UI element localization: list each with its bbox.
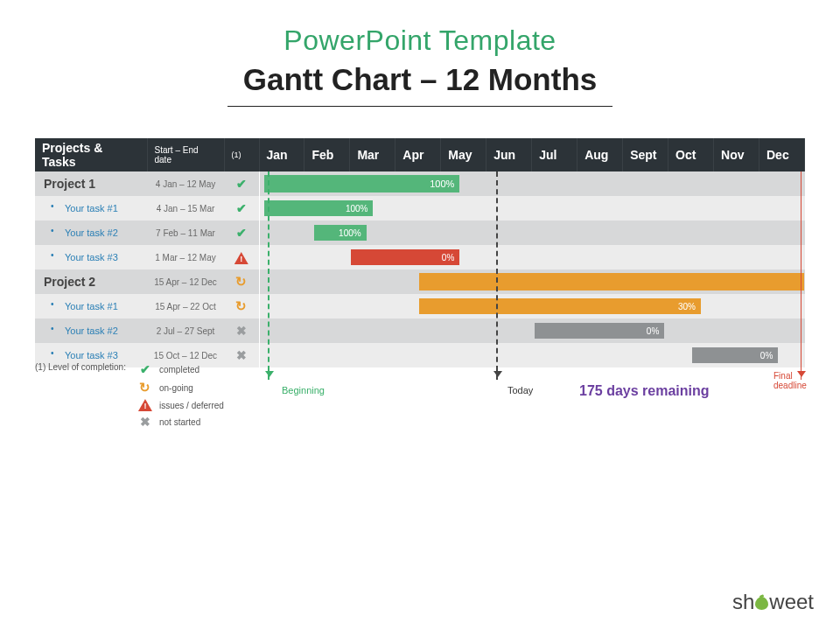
row-status: ↻ <box>224 270 259 294</box>
legend-label: issues / deferred <box>159 401 224 410</box>
header-row: Projects & Tasks Start – End date (1) Ja… <box>35 138 805 172</box>
leaf-icon <box>755 597 768 610</box>
gantt-bar: 100% <box>264 200 374 216</box>
refresh-icon: ↻ <box>235 274 247 289</box>
col-month: Aug <box>578 138 623 172</box>
col-month: Dec <box>759 138 804 172</box>
row-status: ✔ <box>224 196 259 220</box>
col-dates: Start – End date <box>147 138 224 172</box>
col-month: Oct <box>668 138 714 172</box>
label-beginning: Beginning <box>282 385 325 396</box>
row-dates: 1 Mar – 12 May <box>147 245 224 270</box>
warning-icon: ! <box>138 399 152 411</box>
row-dates: 4 Jan – 15 Mar <box>147 196 224 220</box>
brand-text: sh <box>732 590 754 613</box>
row-dates: 15 Apr – 12 Dec <box>147 270 224 294</box>
row-status: ↻ <box>224 294 259 318</box>
warning-icon: ! <box>234 252 248 264</box>
legend-item: ↻on-going <box>138 380 224 396</box>
row-dates: 15 Apr – 22 Oct <box>147 294 224 318</box>
timeline-cell: 30% <box>259 294 805 318</box>
gantt-bar: 100% <box>314 225 367 241</box>
gantt-bar: 0% <box>692 347 779 363</box>
brand-showeet: shweet <box>732 590 814 614</box>
gantt-bar: 0% <box>351 249 460 265</box>
project-row: Project 14 Jan – 12 May✔100% <box>35 172 805 196</box>
legend-item: !issues / deferred <box>138 399 224 411</box>
slide: PowerPoint Template Gantt Chart – 12 Mon… <box>0 0 840 630</box>
row-dates: 7 Feb – 11 Mar <box>147 220 224 245</box>
legend-item: ✔completed <box>138 362 224 376</box>
col-month: Apr <box>396 138 441 172</box>
row-name: Your task #2 <box>35 220 147 245</box>
col-month: Feb <box>304 138 350 172</box>
row-name: Project 1 <box>35 172 147 196</box>
row-name: Project 2 <box>35 270 147 294</box>
timeline-cell: 100% <box>259 220 805 245</box>
timeline-cell: 100% <box>259 196 805 220</box>
check-icon: ✔ <box>140 362 150 376</box>
legend-label: on-going <box>159 383 193 393</box>
row-dates: 2 Jul – 27 Sept <box>147 318 224 343</box>
legend: (1) Level of completion: ✔completed↻on-g… <box>35 362 224 429</box>
row-status: ✔ <box>224 172 259 196</box>
col-projects: Projects & Tasks <box>35 138 147 172</box>
legend-item: ✖not started <box>138 415 224 429</box>
label-today: Today <box>508 385 533 396</box>
task-row: Your task #31 Mar – 12 May!0% <box>35 245 805 270</box>
days-remaining: 175 days remaining <box>579 383 710 399</box>
cross-icon: ✖ <box>236 348 247 362</box>
row-name: Your task #3 <box>35 245 147 270</box>
row-name: Your task #1 <box>35 294 147 318</box>
brand-text: weet <box>769 590 814 613</box>
legend-label: not started <box>159 417 200 427</box>
refresh-icon: ↻ <box>139 380 150 395</box>
timeline-cell <box>259 270 805 294</box>
col-month: Nov <box>714 138 760 172</box>
task-row: Your task #115 Apr – 22 Oct↻30% <box>35 294 805 318</box>
row-dates: 4 Jan – 12 May <box>147 172 224 196</box>
cross-icon: ✖ <box>140 415 150 429</box>
legend-label: completed <box>159 365 200 374</box>
divider <box>228 106 612 107</box>
gantt-bar: 100% <box>264 175 460 192</box>
check-icon: ✔ <box>236 201 247 215</box>
row-name: Your task #1 <box>35 196 147 220</box>
timeline-cell: 0% <box>259 318 805 343</box>
row-status: ✖ <box>224 343 259 368</box>
timeline-cell: 0% <box>259 343 805 368</box>
col-month: Jul <box>532 138 578 172</box>
timeline-cell: 100% <box>259 172 805 196</box>
legend-title: (1) Level of completion: <box>35 362 126 429</box>
row-name: Your task #2 <box>35 318 147 343</box>
task-row: Your task #22 Jul – 27 Sept✖0% <box>35 318 805 343</box>
row-status: ✖ <box>224 318 259 343</box>
col-month: Sept <box>623 138 668 172</box>
timeline-cell: 0% <box>259 245 805 270</box>
col-month: Mar <box>350 138 396 172</box>
gantt-bar: 0% <box>535 323 664 339</box>
col-month: Jan <box>259 138 304 172</box>
gantt-bar: 30% <box>419 298 701 314</box>
col-note: (1) <box>224 138 259 172</box>
gantt-chart: Projects & Tasks Start – End date (1) Ja… <box>35 138 805 368</box>
col-month: May <box>441 138 486 172</box>
row-status: ! <box>224 245 259 270</box>
task-row: Your task #27 Feb – 11 Mar✔100% <box>35 220 805 245</box>
gantt-bar <box>419 273 805 290</box>
col-month: Jun <box>486 138 532 172</box>
supertitle: PowerPoint Template <box>21 24 819 57</box>
project-row: Project 215 Apr – 12 Dec↻ <box>35 270 805 294</box>
check-icon: ✔ <box>236 226 247 240</box>
task-row: Your task #14 Jan – 15 Mar✔100% <box>35 196 805 220</box>
check-icon: ✔ <box>236 177 247 191</box>
page-title: Gantt Chart – 12 Months <box>21 62 819 97</box>
row-status: ✔ <box>224 220 259 245</box>
refresh-icon: ↻ <box>235 298 247 313</box>
cross-icon: ✖ <box>236 324 247 338</box>
label-final-deadline: Final deadline <box>774 371 808 390</box>
gantt-table: Projects & Tasks Start – End date (1) Ja… <box>35 138 805 368</box>
